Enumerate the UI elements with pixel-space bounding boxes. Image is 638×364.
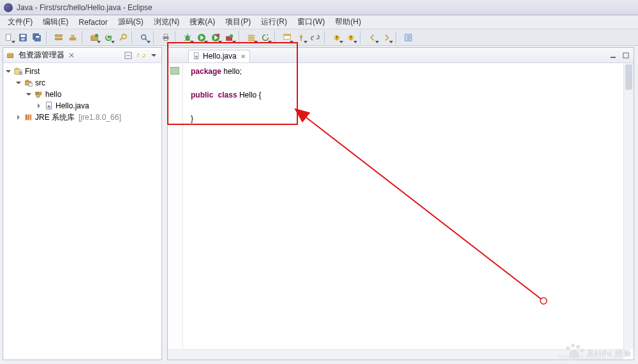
run-last-button[interactable] <box>209 31 222 44</box>
tree-jre-label: JRE 系统库 <box>35 112 75 123</box>
editor-tabstrip: J Hello.java ✕ <box>168 48 634 63</box>
tree-package-label: hello <box>45 90 61 99</box>
vertical-scrollbar[interactable] <box>623 63 634 349</box>
editor-gutter[interactable] <box>168 63 183 360</box>
svg-rect-27 <box>248 37 255 39</box>
collapse-all-button[interactable] <box>123 50 133 61</box>
svg-rect-9 <box>70 38 77 40</box>
horizontal-scrollbar[interactable] <box>168 349 623 360</box>
editor-area: J Hello.java ✕ package hello; public cla… <box>167 47 634 360</box>
main-toolbar: C <box>0 29 638 46</box>
toggle-breadcrumb-button[interactable] <box>52 31 65 44</box>
svg-rect-3 <box>21 38 24 40</box>
tree-project-label: First <box>25 67 40 76</box>
menu-run[interactable]: 运行(R) <box>256 15 292 29</box>
package-icon <box>34 89 44 99</box>
svg-rect-0 <box>6 34 11 40</box>
new-server-button[interactable] <box>245 31 258 44</box>
twisty-expanded-icon[interactable] <box>25 91 33 98</box>
tree-file-label: Hello.java <box>56 101 89 110</box>
java-file-icon: J <box>44 101 54 111</box>
package-explorer-title: 包资源管理器 <box>19 50 64 61</box>
menu-refactor[interactable]: Refactor <box>73 17 112 28</box>
new-class-button[interactable]: C <box>102 31 115 44</box>
build-button[interactable] <box>66 31 79 44</box>
perspective-button[interactable] <box>402 31 415 44</box>
twisty-expanded-icon[interactable] <box>15 79 22 87</box>
svg-rect-34 <box>409 34 412 36</box>
svg-point-12 <box>95 33 98 36</box>
editor-tab-label: Hello.java <box>203 52 237 61</box>
refresh-button[interactable] <box>259 31 272 44</box>
package-explorer-header: 包资源管理器 ✕ <box>3 48 161 63</box>
svg-rect-26 <box>248 34 255 36</box>
svg-point-16 <box>142 34 146 39</box>
package-explorer-view: 包资源管理器 ✕ J First src hello <box>3 47 162 360</box>
source-folder-icon <box>24 78 34 88</box>
svg-text:J: J <box>19 68 22 75</box>
pin-editor-button[interactable] <box>295 31 308 44</box>
menu-search[interactable]: 搜索(A) <box>184 15 220 29</box>
svg-rect-7 <box>56 34 63 36</box>
save-all-button[interactable] <box>31 31 43 44</box>
close-tab-icon[interactable]: ✕ <box>239 53 246 60</box>
menu-project[interactable]: 项目(P) <box>220 15 256 29</box>
package-explorer-tree: J First src hello J Hello.java JR <box>3 63 161 126</box>
svg-text:J: J <box>195 53 198 59</box>
minimize-editor-button[interactable] <box>608 50 618 61</box>
editor-tab-hello[interactable]: J Hello.java ✕ <box>188 50 250 62</box>
menu-help[interactable]: 帮助(H) <box>330 15 366 29</box>
svg-point-25 <box>230 34 233 37</box>
twisty-collapsed-icon[interactable] <box>35 102 43 110</box>
tree-package[interactable]: hello <box>4 89 160 100</box>
library-icon <box>24 112 34 122</box>
svg-rect-8 <box>56 38 63 40</box>
tree-project[interactable]: J First <box>4 66 160 77</box>
code-keyword: package <box>191 67 221 76</box>
svg-rect-23 <box>217 33 219 36</box>
new-package-button[interactable] <box>88 31 101 44</box>
tree-java-file[interactable]: J Hello.java <box>4 100 160 112</box>
run-button[interactable] <box>195 31 208 44</box>
twisty-expanded-icon[interactable] <box>4 68 12 75</box>
window-titlebar: Java - First/src/hello/Hello.java - Ecli… <box>0 0 638 15</box>
twisty-collapsed-icon[interactable] <box>15 113 22 121</box>
code-text: hello; <box>221 67 242 76</box>
eclipse-icon <box>4 3 13 12</box>
code-editor[interactable]: package hello; public class Hello { } <box>186 63 623 349</box>
tree-jre-library[interactable]: JRE 系统库 [jre1.8.0_66] <box>4 112 160 123</box>
close-view-icon[interactable]: ✕ <box>68 51 75 60</box>
view-menu-button[interactable] <box>149 50 159 61</box>
scrollbar-thumb[interactable] <box>625 64 632 90</box>
menu-window[interactable]: 窗口(W) <box>292 15 330 29</box>
tree-src-folder[interactable]: src <box>4 77 160 89</box>
svg-rect-49 <box>26 115 27 120</box>
prev-annotation-button[interactable] <box>345 31 357 44</box>
next-annotation-button[interactable] <box>330 31 343 44</box>
menu-source[interactable]: 源码(S) <box>113 15 149 29</box>
menu-edit[interactable]: 编辑(E) <box>38 15 73 29</box>
save-button[interactable] <box>17 31 29 44</box>
new-wizard-button[interactable] <box>3 31 15 44</box>
svg-text:C: C <box>106 33 111 41</box>
debug-button[interactable] <box>181 31 194 44</box>
open-task-button[interactable] <box>281 31 293 44</box>
maximize-editor-button[interactable] <box>621 50 631 61</box>
tree-src-label: src <box>35 78 45 87</box>
svg-rect-18 <box>164 34 167 36</box>
menubar: 文件(F) 编辑(E) Refactor 源码(S) 浏览(N) 搜索(A) 项… <box>0 15 638 29</box>
svg-rect-45 <box>37 94 40 97</box>
search-button[interactable] <box>138 31 151 44</box>
link-with-editor-button[interactable] <box>136 50 146 61</box>
menu-file[interactable]: 文件(F) <box>3 15 38 29</box>
open-type-button[interactable] <box>116 31 129 44</box>
external-tools-button[interactable] <box>223 31 236 44</box>
back-button[interactable] <box>366 31 379 44</box>
svg-rect-36 <box>8 54 13 57</box>
svg-rect-35 <box>409 38 412 40</box>
link-editor-button[interactable] <box>309 31 322 44</box>
print-button[interactable] <box>160 31 172 44</box>
menu-navigate[interactable]: 浏览(N) <box>149 15 185 29</box>
window-title: Java - First/src/hello/Hello.java - Ecli… <box>17 3 152 12</box>
forward-button[interactable] <box>380 31 393 44</box>
